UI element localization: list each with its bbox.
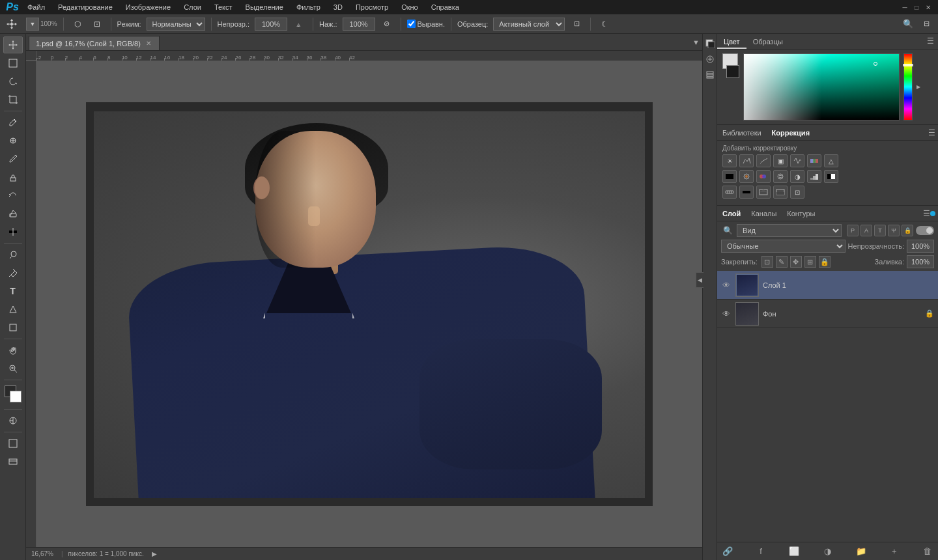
fill-value[interactable]: 100% (907, 255, 934, 268)
color-spectrum[interactable] (743, 53, 900, 120)
colorlookup-icon[interactable] (773, 170, 788, 183)
tab-layers[interactable]: Слой (717, 208, 746, 219)
layer-bg-visibility[interactable]: 👁 (721, 309, 732, 319)
menu-text[interactable]: Текст (212, 2, 235, 12)
status-arrow[interactable]: ▶ (152, 550, 157, 557)
stamp-tool[interactable] (3, 169, 23, 186)
desaturate-icon[interactable]: ⊡ (790, 186, 804, 199)
shadow-highlight-icon[interactable] (756, 186, 771, 199)
gradient-tool[interactable] (3, 223, 23, 240)
lock-transparent-btn[interactable]: ⊡ (761, 256, 773, 268)
spectrum-cursor[interactable] (874, 62, 877, 66)
correction-menu-icon[interactable]: ☰ (928, 128, 935, 137)
color-panel-icon[interactable] (704, 38, 716, 49)
dodge-tool[interactable] (3, 246, 23, 263)
extra-tools[interactable] (3, 453, 23, 470)
huesaturation-icon[interactable] (807, 154, 821, 167)
gradientmap-icon[interactable] (739, 186, 754, 199)
filter-btn-3[interactable]: T (874, 225, 886, 236)
tab-swatches[interactable]: Образцы (746, 36, 789, 49)
menu-file[interactable]: Файл (25, 2, 48, 12)
hue-cursor[interactable] (903, 64, 913, 66)
color-swatches[interactable] (3, 385, 23, 404)
add-layer-btn[interactable]: + (888, 545, 901, 558)
move-tool[interactable] (3, 36, 23, 53)
maximize-button[interactable]: □ (912, 3, 921, 12)
menu-3d[interactable]: 3D (331, 2, 345, 12)
history-brush-tool[interactable] (3, 187, 23, 204)
invert-icon[interactable]: ◑ (790, 170, 804, 183)
brush-tool[interactable] (3, 150, 23, 167)
adjustment-panel-icon[interactable] (704, 53, 716, 65)
delete-layer-btn[interactable]: 🗑 (921, 545, 934, 558)
link-layers-btn[interactable]: 🔗 (721, 545, 734, 558)
minimize-button[interactable]: ─ (900, 3, 909, 12)
menu-filter[interactable]: Фильтр (294, 2, 323, 12)
text-tool[interactable]: T (3, 283, 23, 300)
filter-type-select[interactable]: Вид (737, 224, 842, 237)
bg-swatch[interactable] (726, 65, 739, 78)
opacity-value[interactable]: 100% (907, 240, 934, 253)
preset-icon[interactable]: ▼ (26, 18, 39, 31)
search-icon[interactable]: 🔍 (900, 16, 916, 32)
lock-artboard-btn[interactable]: ⊞ (804, 256, 816, 268)
document-tab-close[interactable]: ✕ (145, 40, 152, 47)
quick-mask-tool[interactable] (3, 412, 23, 429)
tab-color[interactable]: Цвет (717, 36, 746, 49)
filter-toggle[interactable] (916, 226, 934, 235)
filter-btn-2[interactable]: A (860, 225, 872, 236)
lasso-tool[interactable] (3, 73, 23, 90)
canvas-image[interactable] (94, 111, 645, 498)
move-tool-icon[interactable] (4, 16, 20, 32)
pressure-opacity-icon[interactable]: ⟁ (291, 16, 307, 32)
hand-tool[interactable] (3, 342, 23, 359)
flow-input[interactable] (343, 18, 375, 31)
canvas-container[interactable] (36, 61, 702, 547)
photofilter-icon[interactable] (739, 170, 754, 183)
tab-scroll-arrow[interactable]: ▼ (692, 38, 700, 46)
tab-libraries[interactable]: Библиотеки (717, 127, 767, 139)
crop-tool[interactable] (3, 91, 23, 108)
brush-preset-icon[interactable]: ⬡ (70, 16, 85, 32)
collapse-panels-button[interactable]: ◀ (696, 272, 704, 288)
add-adjustment-btn[interactable]: ◑ (821, 545, 834, 558)
menu-select[interactable]: Выделение (243, 2, 286, 12)
close-button[interactable]: ✕ (924, 3, 933, 12)
layer-item-bg[interactable]: 👁 Фон 🔒 (717, 300, 938, 328)
menu-view[interactable]: Просмотр (353, 2, 391, 12)
blend-mode-select[interactable]: Обычные (721, 240, 846, 253)
curves-icon[interactable] (756, 154, 771, 167)
exposure-icon[interactable]: ▣ (773, 154, 788, 167)
menu-edit[interactable]: Редактирование (55, 2, 115, 12)
pen-tool[interactable] (3, 264, 23, 281)
selectivecolor-icon[interactable] (722, 186, 737, 199)
posterize-icon[interactable] (807, 170, 821, 183)
menu-help[interactable]: Справка (429, 2, 462, 12)
blend-mode-select[interactable]: Нормальный (147, 18, 205, 31)
eraser-tool[interactable] (3, 205, 23, 222)
sample-select[interactable]: Активный слой (493, 18, 565, 31)
filter-icon[interactable]: 🔍 (721, 224, 734, 237)
colorbalance-icon[interactable]: △ (824, 154, 838, 167)
sample-all-icon[interactable]: ⊡ (569, 16, 584, 32)
background-color[interactable] (10, 391, 21, 402)
levels-icon[interactable] (739, 154, 754, 167)
menu-window[interactable]: Окно (399, 2, 421, 12)
layer-1-visibility[interactable]: 👁 (721, 280, 732, 290)
opacity-input[interactable] (255, 18, 287, 31)
add-mask-btn[interactable]: ⬜ (788, 545, 801, 558)
tab-paths[interactable]: Контуры (782, 208, 820, 219)
lock-move-btn[interactable]: ✥ (790, 256, 802, 268)
panel-icon[interactable]: ⊟ (918, 16, 934, 32)
filter-btn-1[interactable]: P (847, 225, 859, 236)
zoom-tool[interactable] (3, 360, 23, 377)
color-panel-menu[interactable]: ☰ (922, 34, 938, 49)
brightness-icon[interactable]: ☀ (722, 154, 737, 167)
menu-layers[interactable]: Слои (181, 2, 204, 12)
layers-panel-icon[interactable] (704, 69, 716, 81)
eyedropper-tool[interactable] (3, 114, 23, 131)
menu-image[interactable]: Изображение (123, 2, 173, 12)
lock-paint-btn[interactable]: ✎ (776, 256, 788, 268)
filter-btn-4[interactable]: Ψ (888, 225, 900, 236)
path-select-tool[interactable] (3, 301, 23, 318)
